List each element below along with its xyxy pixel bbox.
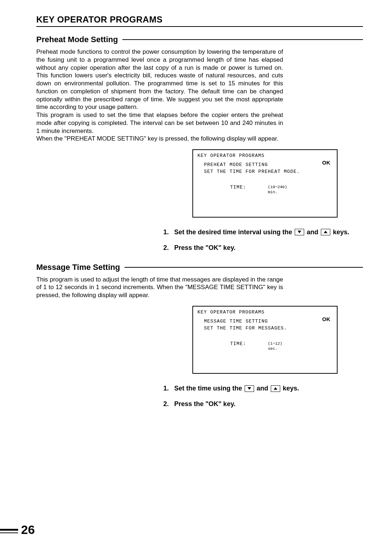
- panel-line-1: PREHEAT MODE SETTING: [204, 162, 332, 167]
- panel-time-range: (1~12) sec.: [268, 341, 282, 352]
- ok-button[interactable]: OK: [322, 316, 331, 322]
- step-number: 1.: [163, 385, 174, 392]
- preheat-paragraph-1: Preheat mode functions to control the po…: [36, 48, 283, 111]
- step-text: Press the "OK" key.: [174, 244, 363, 252]
- message-display-panel: KEY OPERATOR PROGRAMS MESSAGE TIME SETTI…: [192, 306, 338, 374]
- page-number-area: 26: [0, 523, 35, 537]
- step-2: 2. Press the "OK" key.: [163, 244, 363, 252]
- section-rule: [122, 39, 363, 40]
- step-text: Set the desired time interval using the …: [174, 228, 363, 236]
- step-1-part-c: keys.: [283, 385, 299, 392]
- panel-range-2: min.: [268, 190, 277, 194]
- message-steps: 1. Set the time using the and keys. 2. P…: [163, 385, 363, 408]
- step-1-part-b: and: [257, 385, 270, 392]
- step-number: 1.: [163, 228, 174, 236]
- preheat-steps: 1. Set the desired time interval using t…: [163, 228, 363, 252]
- panel-line-2: SET THE TIME FOR MESSAGES.: [204, 325, 332, 331]
- panel-line-2: SET THE TIME FOR PREHEAT MODE.: [204, 169, 332, 174]
- page-header: KEY OPERATOR PROGRAMS: [36, 15, 363, 27]
- step-1-part-a: Set the desired time interval using the: [174, 228, 294, 236]
- preheat-paragraph-2: This program is used to set the time tha…: [36, 111, 283, 135]
- panel-range-2: sec.: [268, 347, 277, 351]
- panel-header: KEY OPERATOR PROGRAMS: [197, 309, 332, 315]
- panel-header: KEY OPERATOR PROGRAMS: [197, 153, 332, 158]
- panel-time-row: TIME: (10~240) min.: [230, 185, 332, 195]
- step-1-part-b: and: [307, 228, 320, 236]
- panel-time-range: (10~240) min.: [268, 185, 287, 195]
- step-1-part-c: keys.: [333, 228, 349, 236]
- down-key-icon[interactable]: [245, 385, 254, 392]
- panel-range-1: (10~240): [268, 185, 287, 189]
- step-number: 2.: [163, 400, 174, 408]
- ok-button[interactable]: OK: [322, 159, 331, 166]
- section-title: Preheat Mode Setting: [36, 35, 122, 44]
- step-text: Press the "OK" key.: [174, 400, 363, 408]
- panel-time-label: TIME:: [230, 341, 246, 347]
- message-paragraph: This program is used to adjust the lengt…: [36, 276, 283, 299]
- page-header-title: KEY OPERATOR PROGRAMS: [36, 15, 163, 24]
- page-number-bar-thick: [0, 529, 18, 531]
- step-1: 1. Set the time using the and keys.: [163, 385, 363, 392]
- step-2: 2. Press the "OK" key.: [163, 400, 363, 408]
- step-1: 1. Set the desired time interval using t…: [163, 228, 363, 236]
- section-heading-row: Preheat Mode Setting: [36, 35, 363, 44]
- preheat-paragraph-3: When the "PREHEAT MODE SETTING" key is p…: [36, 135, 283, 143]
- panel-line-1: MESSAGE TIME SETTING: [204, 319, 332, 324]
- panel-range-1: (1~12): [268, 341, 282, 346]
- section-title: Message Time Setting: [36, 263, 124, 272]
- page-number-bar-thin: [0, 532, 18, 533]
- section-heading-row: Message Time Setting: [36, 263, 363, 272]
- page-number: 26: [21, 523, 35, 537]
- step-1-part-a: Set the time using the: [174, 385, 244, 392]
- preheat-display-panel: KEY OPERATOR PROGRAMS PREHEAT MODE SETTI…: [192, 149, 338, 218]
- step-number: 2.: [163, 244, 174, 252]
- up-key-icon[interactable]: [321, 229, 330, 235]
- up-key-icon[interactable]: [271, 385, 280, 392]
- step-text: Set the time using the and keys.: [174, 385, 363, 392]
- panel-time-row: TIME: (1~12) sec.: [230, 341, 332, 352]
- down-key-icon[interactable]: [295, 229, 304, 235]
- section-rule: [124, 267, 363, 268]
- panel-time-label: TIME:: [230, 185, 246, 190]
